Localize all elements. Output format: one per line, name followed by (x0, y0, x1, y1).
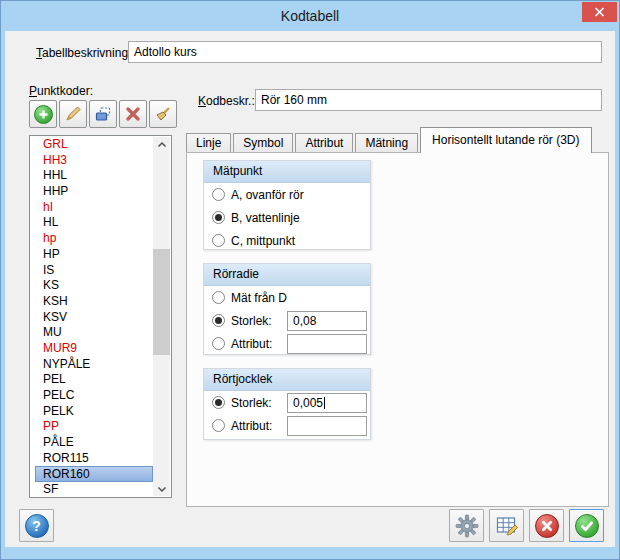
list-item[interactable]: MUR9 (30, 341, 153, 357)
group-rorradie-title: Rörradie (204, 264, 370, 286)
help-question-icon: ? (25, 514, 49, 538)
list-item[interactable]: IS (30, 263, 153, 279)
radio-unselected[interactable] (212, 337, 225, 350)
list-item[interactable]: hp (30, 231, 153, 247)
text-caret (324, 397, 325, 409)
scroll-up-button[interactable] (153, 137, 170, 152)
list-item[interactable]: HHL (30, 168, 153, 184)
list-item[interactable]: SF (30, 482, 153, 496)
punktkoder-list[interactable]: GRLHH3HHLHHPhIHLhpHPISKSKSHKSVMUMUR9NYPÅ… (29, 135, 172, 498)
radio-selected[interactable] (212, 211, 225, 224)
add-code-button[interactable] (29, 100, 57, 128)
list-item[interactable]: PP (30, 419, 153, 435)
list-item[interactable]: PÅLE (30, 435, 153, 451)
add-plus-icon (34, 105, 53, 124)
list-item[interactable]: hI (30, 200, 153, 216)
value-text: 0,005 (293, 396, 323, 410)
list-item[interactable]: NYPÅLE (30, 357, 153, 373)
radio-row-c-mittpunkt[interactable]: C, mittpunkt (204, 229, 370, 252)
radio-selected[interactable] (212, 396, 225, 409)
list-item[interactable]: HH3 (30, 153, 153, 169)
dialog-body: Tabellbeskrivning: Punktkoder: (5, 31, 615, 547)
title-bar[interactable]: Kodtabell (1, 1, 619, 31)
value-input[interactable]: 0,005 (287, 393, 367, 413)
broom-icon (154, 105, 172, 123)
list-item[interactable]: KS (30, 278, 153, 294)
table-edit-icon (495, 514, 519, 538)
list-item[interactable]: KSH (30, 294, 153, 310)
close-icon (594, 7, 605, 17)
settings-button[interactable] (449, 509, 484, 542)
radio-label: A, ovanför rör (231, 188, 304, 202)
list-item[interactable]: MU (30, 325, 153, 341)
tab-m-tning[interactable]: Mätning (355, 133, 418, 153)
radio-row-m-t-fr-n-d[interactable]: Mät från D (204, 286, 370, 309)
radio-unselected[interactable] (212, 291, 225, 304)
group-matpunkt-options: A, ovanför rörB, vattenlinjeC, mittpunkt (204, 183, 370, 252)
group-rorradie: Rörradie Mät från DStorlek:0,08Attribut: (203, 263, 371, 355)
value-text: 0,08 (293, 314, 316, 328)
value-input[interactable] (287, 416, 367, 436)
radio-row-attribut[interactable]: Attribut: (204, 414, 370, 437)
list-item[interactable]: HP (30, 247, 153, 263)
cancel-button[interactable] (529, 509, 564, 542)
radio-row-storlek[interactable]: Storlek:0,005 (204, 391, 370, 414)
radio-label: Attribut: (231, 419, 272, 433)
help-button[interactable]: ? (19, 509, 54, 542)
list-item[interactable]: HHP (30, 184, 153, 200)
radio-label: C, mittpunkt (231, 234, 295, 248)
punktkoder-label: Punktkoder: (29, 84, 93, 98)
list-item[interactable]: PEL (30, 372, 153, 388)
list-item[interactable]: PELC (30, 388, 153, 404)
tab-attribut[interactable]: Attribut (295, 133, 353, 153)
edit-table-button[interactable] (489, 509, 524, 542)
radio-unselected[interactable] (212, 234, 225, 247)
kodtabell-dialog: Kodtabell Tabellbeskrivning: Punktkoder: (0, 0, 620, 560)
radio-row-a-ovanf-r-r-r[interactable]: A, ovanför rör (204, 183, 370, 206)
tabellbeskrivning-input[interactable] (128, 41, 602, 63)
scroll-down-icon (156, 485, 168, 493)
radio-row-storlek[interactable]: Storlek:0,08 (204, 309, 370, 332)
cancel-cross-icon (535, 514, 559, 538)
window-title: Kodtabell (1, 8, 619, 24)
list-item[interactable]: ROR160 (35, 466, 153, 482)
list-item[interactable]: PELK (30, 404, 153, 420)
list-item[interactable]: GRL (30, 137, 153, 153)
radio-label: Attribut: (231, 337, 272, 351)
kodbeskr-label: Kodbeskr.: (198, 94, 255, 108)
tab-linje[interactable]: Linje (186, 133, 231, 153)
radio-label: Mät från D (231, 291, 287, 305)
list-item[interactable]: HL (30, 215, 153, 231)
radio-row-attribut[interactable]: Attribut: (204, 332, 370, 355)
tab-bar: LinjeSymbolAttributMätningHorisontellt l… (186, 127, 594, 153)
radio-selected[interactable] (212, 314, 225, 327)
radio-unselected[interactable] (212, 188, 225, 201)
scrollbar-thumb[interactable] (153, 249, 170, 355)
list-scrollbar[interactable] (153, 137, 170, 496)
kodbeskr-input[interactable] (255, 89, 602, 111)
list-item[interactable]: ROR115 (30, 451, 153, 467)
scroll-up-icon (156, 141, 168, 149)
value-input[interactable] (287, 334, 367, 354)
ok-button[interactable] (569, 509, 604, 542)
radio-label: B, vattenlinje (231, 211, 300, 225)
delete-cross-icon (124, 105, 142, 123)
pencil-icon (64, 105, 82, 123)
tab-symbol[interactable]: Symbol (233, 133, 293, 153)
scroll-down-button[interactable] (153, 481, 170, 496)
copy-code-button[interactable] (89, 100, 117, 128)
delete-code-button[interactable] (119, 100, 147, 128)
punktkoder-list-items: GRLHH3HHLHHPhIHLhpHPISKSKSHKSVMUMUR9NYPÅ… (30, 137, 153, 496)
close-button[interactable] (582, 2, 617, 22)
ok-check-icon (575, 514, 599, 538)
radio-label: Storlek: (231, 314, 272, 328)
tab-horisontellt-lutande-r-r-3d[interactable]: Horisontellt lutande rör (3D) (420, 127, 591, 153)
list-item[interactable]: KSV (30, 310, 153, 326)
tabellbeskrivning-label: Tabellbeskrivning: (36, 46, 131, 60)
clean-codes-button[interactable] (149, 100, 177, 128)
radio-row-b-vattenlinje[interactable]: B, vattenlinje (204, 206, 370, 229)
group-rortjocklek-title: Rörtjocklek (204, 369, 370, 391)
value-input[interactable]: 0,08 (287, 311, 367, 331)
radio-unselected[interactable] (212, 419, 225, 432)
edit-code-button[interactable] (59, 100, 87, 128)
